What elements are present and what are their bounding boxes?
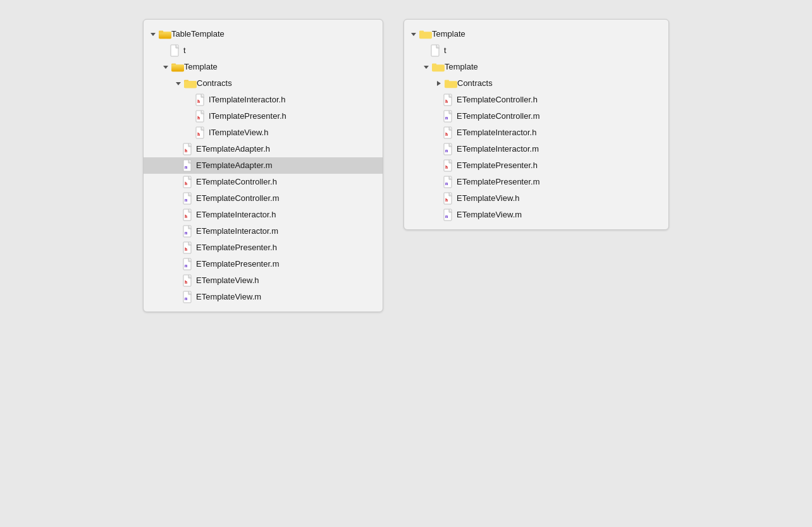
folder-contracts-right[interactable]: Contracts bbox=[404, 75, 668, 92]
folder-tabletemplate[interactable]: TableTemplate bbox=[144, 26, 383, 42]
label-itemplateview-h: ITemplateView.h bbox=[209, 126, 268, 140]
file-icon-vh: h bbox=[183, 274, 193, 287]
file-etemplatecontroller-m-left[interactable]: m ETemplateController.m bbox=[144, 190, 383, 207]
file-icon-cm: m bbox=[183, 192, 193, 205]
folder-contracts-left[interactable]: Contracts bbox=[144, 75, 383, 92]
svg-text:h: h bbox=[197, 116, 200, 121]
label-etemplateinteractor-m-left: ETemplateInteractor.m bbox=[196, 224, 278, 238]
file-itemplateinteractor-h[interactable]: h ITemplateInteractor.h bbox=[144, 92, 383, 108]
label-etemplateadapter-h: ETemplateAdapter.h bbox=[196, 142, 270, 156]
file-icon-rvm: m bbox=[443, 209, 453, 221]
file-etemplatecontroller-h-left[interactable]: h ETemplateController.h bbox=[144, 174, 383, 190]
file-icon-rim: m bbox=[443, 143, 453, 155]
label-etemplatepresenter-h-right: ETemplatePresenter.h bbox=[457, 159, 538, 173]
file-icon-h3: h bbox=[195, 126, 206, 139]
file-icon-t-right bbox=[431, 44, 441, 57]
svg-rect-40 bbox=[432, 64, 436, 66]
svg-text:m: m bbox=[185, 198, 187, 203]
svg-rect-9 bbox=[184, 81, 197, 88]
file-etemplatepresenter-m-left[interactable]: m ETemplatePresenter.m bbox=[144, 256, 383, 272]
file-icon-pm: m bbox=[183, 258, 193, 270]
left-tree-panel: TableTemplate t Template bbox=[143, 19, 383, 312]
label-contracts-right: Contracts bbox=[457, 76, 493, 90]
label-template-right-root: Template bbox=[432, 27, 465, 41]
file-icon-h2: h bbox=[195, 110, 206, 123]
folder-icon-template-right-sub bbox=[432, 62, 445, 72]
label-template-left: Template bbox=[184, 60, 218, 74]
folder-icon-contracts-left bbox=[184, 78, 197, 88]
file-etemplateview-h-left[interactable]: h ETemplateView.h bbox=[144, 272, 383, 289]
file-icon-am: m bbox=[183, 159, 193, 172]
svg-text:h: h bbox=[445, 99, 448, 104]
label-tabletemplate: TableTemplate bbox=[171, 27, 225, 41]
svg-text:h: h bbox=[185, 280, 187, 285]
file-etemplateview-m-left[interactable]: m ETemplateView.m bbox=[144, 289, 383, 305]
svg-text:h: h bbox=[445, 132, 448, 137]
label-etemplatecontroller-m-right: ETemplateController.m bbox=[457, 109, 540, 123]
file-itemplatepresenter-h[interactable]: h ITemplatePresenter.h bbox=[144, 108, 383, 124]
disclosure-template-right-root[interactable] bbox=[409, 30, 418, 39]
svg-text:m: m bbox=[185, 296, 187, 301]
svg-text:m: m bbox=[185, 264, 187, 269]
file-icon-rch: h bbox=[443, 94, 453, 106]
svg-rect-6 bbox=[171, 64, 184, 71]
disclosure-template-left[interactable] bbox=[161, 63, 170, 71]
label-etemplatecontroller-h-right: ETemplateController.h bbox=[457, 93, 538, 107]
file-icon-ah: h bbox=[183, 143, 193, 155]
file-etemplatecontroller-h-right[interactable]: h ETemplateController.h bbox=[404, 92, 668, 108]
file-etemplateadapter-h[interactable]: h ETemplateAdapter.h bbox=[144, 141, 383, 157]
svg-text:h: h bbox=[185, 148, 187, 154]
file-t-right[interactable]: t bbox=[404, 42, 668, 59]
file-etemplateview-m-right[interactable]: m ETemplateView.m bbox=[404, 207, 668, 223]
svg-text:m: m bbox=[185, 231, 187, 236]
file-icon-ih: h bbox=[183, 209, 193, 221]
file-etemplateinteractor-h-left[interactable]: h ETemplateInteractor.h bbox=[144, 207, 383, 223]
label-contracts-left: Contracts bbox=[197, 76, 232, 90]
svg-text:h: h bbox=[445, 198, 448, 203]
file-etemplatepresenter-h-right[interactable]: h ETemplatePresenter.h bbox=[404, 157, 668, 174]
file-etemplateadapter-m[interactable]: m ETemplateAdapter.m bbox=[144, 157, 383, 174]
folder-template-right-root[interactable]: Template bbox=[404, 26, 668, 42]
label-t-right: t bbox=[444, 44, 446, 58]
label-etemplatecontroller-m-left: ETemplateController.m bbox=[196, 191, 280, 205]
folder-template-right-sub[interactable]: Template bbox=[404, 59, 668, 75]
file-icon-vm: m bbox=[183, 291, 193, 303]
file-etemplatepresenter-h-left[interactable]: h ETemplatePresenter.h bbox=[144, 239, 383, 256]
file-etemplateview-h-right[interactable]: h ETemplateView.h bbox=[404, 190, 668, 207]
label-etemplatepresenter-h-left: ETemplatePresenter.h bbox=[196, 241, 277, 255]
file-etemplatecontroller-m-right[interactable]: m ETemplateController.m bbox=[404, 108, 668, 124]
svg-text:h: h bbox=[445, 165, 448, 170]
svg-text:m: m bbox=[445, 181, 448, 186]
disclosure-contracts-left[interactable] bbox=[174, 79, 183, 88]
file-itemplateview-h[interactable]: h ITemplateView.h bbox=[144, 124, 383, 141]
file-icon-ch: h bbox=[183, 176, 193, 188]
label-itemplateinteractor-h: ITemplateInteractor.h bbox=[209, 93, 285, 107]
folder-icon-contracts-right bbox=[445, 78, 457, 88]
file-etemplateinteractor-m-left[interactable]: m ETemplateInteractor.m bbox=[144, 223, 383, 239]
file-t-root[interactable]: t bbox=[144, 42, 383, 59]
label-etemplateinteractor-h-right: ETemplateInteractor.h bbox=[457, 126, 536, 140]
label-etemplatepresenter-m-right: ETemplatePresenter.m bbox=[457, 175, 540, 189]
svg-text:m: m bbox=[185, 165, 187, 170]
label-etemplatepresenter-m-left: ETemplatePresenter.m bbox=[196, 257, 280, 271]
label-t-root: t bbox=[183, 44, 186, 58]
label-etemplateview-m-right: ETemplateView.m bbox=[457, 208, 522, 222]
file-icon-rcm: m bbox=[443, 110, 453, 123]
disclosure-template-right-sub[interactable] bbox=[422, 63, 431, 71]
file-etemplatepresenter-m-right[interactable]: m ETemplatePresenter.m bbox=[404, 174, 668, 190]
svg-text:m: m bbox=[445, 214, 448, 219]
disclosure-contracts-right[interactable] bbox=[434, 79, 443, 88]
svg-text:m: m bbox=[445, 116, 448, 121]
file-etemplateinteractor-h-right[interactable]: h ETemplateInteractor.h bbox=[404, 124, 668, 141]
label-etemplateview-h-right: ETemplateView.h bbox=[457, 191, 520, 205]
label-template-right-sub: Template bbox=[445, 60, 478, 74]
disclosure-tabletemplate[interactable] bbox=[149, 30, 157, 39]
file-icon-ph: h bbox=[183, 241, 193, 254]
folder-template-left[interactable]: Template bbox=[144, 59, 383, 75]
file-etemplateinteractor-m-right[interactable]: m ETemplateInteractor.m bbox=[404, 141, 668, 157]
file-icon-rpm: m bbox=[443, 176, 453, 188]
svg-rect-2 bbox=[159, 31, 163, 33]
label-etemplatecontroller-h-left: ETemplateController.h bbox=[196, 175, 277, 189]
svg-rect-37 bbox=[419, 31, 424, 33]
svg-text:h: h bbox=[197, 99, 200, 104]
